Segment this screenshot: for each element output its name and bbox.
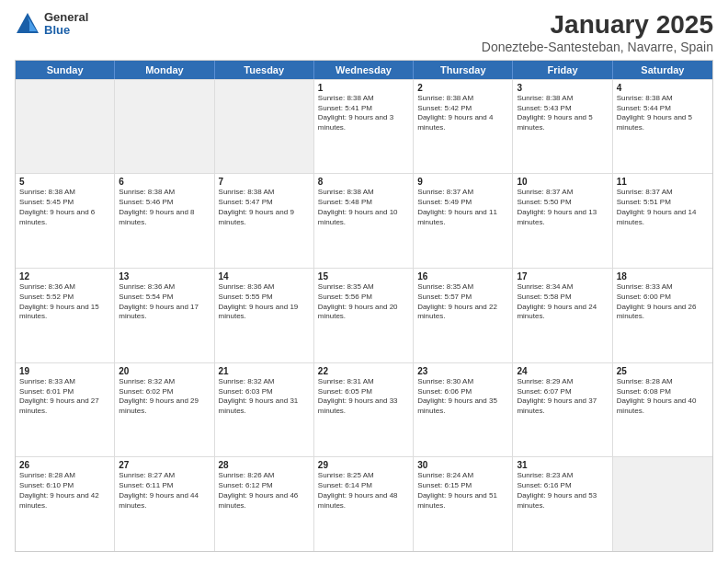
day-number: 12 [19,271,110,282]
page-subtitle: Doneztebe-Santesteban, Navarre, Spain [482,40,713,54]
calendar-cell: 19Sunrise: 8:33 AM Sunset: 6:01 PM Dayli… [16,363,115,457]
calendar-cell: 22Sunrise: 8:31 AM Sunset: 6:05 PM Dayli… [314,363,414,457]
calendar-cell-empty [115,80,214,174]
calendar-row: 1Sunrise: 8:38 AM Sunset: 5:41 PM Daylig… [16,79,712,174]
day-number: 19 [19,366,110,376]
logo-text: General Blue [44,11,88,38]
logo-blue: Blue [44,24,88,37]
calendar-cell: 27Sunrise: 8:27 AM Sunset: 6:11 PM Dayli… [115,457,214,551]
day-info: Sunrise: 8:33 AM Sunset: 6:01 PM Dayligh… [19,377,110,417]
day-info: Sunrise: 8:35 AM Sunset: 5:57 PM Dayligh… [417,282,508,322]
day-info: Sunrise: 8:37 AM Sunset: 5:51 PM Dayligh… [617,188,709,227]
calendar-header-cell: Thursday [414,61,513,79]
day-number: 7 [219,177,310,187]
calendar-cell: 2Sunrise: 8:38 AM Sunset: 5:42 PM Daylig… [414,80,513,174]
day-number: 3 [517,83,608,93]
calendar-cell: 24Sunrise: 8:29 AM Sunset: 6:07 PM Dayli… [513,363,612,457]
calendar-cell: 20Sunrise: 8:32 AM Sunset: 6:02 PM Dayli… [115,363,214,457]
day-number: 8 [318,177,409,187]
calendar-cell: 28Sunrise: 8:26 AM Sunset: 6:12 PM Dayli… [215,457,314,551]
calendar-row: 12Sunrise: 8:36 AM Sunset: 5:52 PM Dayli… [16,268,712,362]
calendar-cell-empty [16,80,115,174]
day-number: 9 [417,177,508,187]
day-number: 27 [119,460,210,470]
day-number: 25 [617,366,709,376]
day-info: Sunrise: 8:37 AM Sunset: 5:49 PM Dayligh… [417,188,508,227]
calendar-row: 5Sunrise: 8:38 AM Sunset: 5:45 PM Daylig… [16,173,712,268]
calendar-cell: 8Sunrise: 8:38 AM Sunset: 5:48 PM Daylig… [314,174,414,268]
day-number: 5 [19,177,110,187]
day-number: 31 [517,460,608,470]
day-number: 17 [517,271,608,282]
calendar-cell: 4Sunrise: 8:38 AM Sunset: 5:44 PM Daylig… [613,80,712,174]
calendar-body: 1Sunrise: 8:38 AM Sunset: 5:41 PM Daylig… [16,79,712,551]
day-info: Sunrise: 8:27 AM Sunset: 6:11 PM Dayligh… [119,471,210,511]
calendar-cell: 1Sunrise: 8:38 AM Sunset: 5:41 PM Daylig… [314,80,414,174]
calendar-cell: 7Sunrise: 8:38 AM Sunset: 5:47 PM Daylig… [215,174,314,268]
day-number: 23 [417,366,508,376]
page: General Blue January 2025 Doneztebe-Sant… [0,0,728,563]
title-block: January 2025 Doneztebe-Santesteban, Nava… [482,11,713,54]
day-number: 11 [617,177,709,187]
calendar-header-cell: Monday [115,61,214,79]
day-number: 26 [19,460,110,470]
calendar-cell: 21Sunrise: 8:32 AM Sunset: 6:03 PM Dayli… [215,363,314,457]
day-number: 22 [318,366,409,376]
day-info: Sunrise: 8:38 AM Sunset: 5:41 PM Dayligh… [318,94,409,133]
calendar-header-cell: Wednesday [314,61,414,79]
calendar-row: 19Sunrise: 8:33 AM Sunset: 6:01 PM Dayli… [16,362,712,457]
calendar-cell: 5Sunrise: 8:38 AM Sunset: 5:45 PM Daylig… [16,174,115,268]
calendar-cell-empty [215,80,314,174]
calendar-cell-empty [613,457,712,551]
day-info: Sunrise: 8:32 AM Sunset: 6:03 PM Dayligh… [219,377,310,417]
day-info: Sunrise: 8:38 AM Sunset: 5:43 PM Dayligh… [517,94,608,133]
day-info: Sunrise: 8:32 AM Sunset: 6:02 PM Dayligh… [119,377,210,417]
day-number: 1 [318,83,409,93]
day-number: 16 [417,271,508,282]
day-info: Sunrise: 8:29 AM Sunset: 6:07 PM Dayligh… [517,377,608,417]
calendar-cell: 17Sunrise: 8:34 AM Sunset: 5:58 PM Dayli… [513,269,612,362]
day-info: Sunrise: 8:30 AM Sunset: 6:06 PM Dayligh… [417,377,508,417]
day-info: Sunrise: 8:38 AM Sunset: 5:46 PM Dayligh… [119,188,210,227]
day-number: 2 [417,83,508,93]
calendar-cell: 9Sunrise: 8:37 AM Sunset: 5:49 PM Daylig… [414,174,513,268]
day-info: Sunrise: 8:38 AM Sunset: 5:45 PM Dayligh… [19,188,110,227]
calendar-cell: 13Sunrise: 8:36 AM Sunset: 5:54 PM Dayli… [115,269,214,362]
day-number: 24 [517,366,608,376]
calendar-cell: 15Sunrise: 8:35 AM Sunset: 5:56 PM Dayli… [314,269,414,362]
calendar-cell: 23Sunrise: 8:30 AM Sunset: 6:06 PM Dayli… [414,363,513,457]
calendar-cell: 26Sunrise: 8:28 AM Sunset: 6:10 PM Dayli… [16,457,115,551]
calendar-header-cell: Friday [513,61,612,79]
day-number: 4 [617,83,709,93]
day-info: Sunrise: 8:24 AM Sunset: 6:15 PM Dayligh… [417,471,508,511]
calendar-row: 26Sunrise: 8:28 AM Sunset: 6:10 PM Dayli… [16,456,712,551]
calendar-cell: 11Sunrise: 8:37 AM Sunset: 5:51 PM Dayli… [613,174,712,268]
day-info: Sunrise: 8:36 AM Sunset: 5:52 PM Dayligh… [19,282,110,322]
day-info: Sunrise: 8:35 AM Sunset: 5:56 PM Dayligh… [318,282,409,322]
calendar-cell: 29Sunrise: 8:25 AM Sunset: 6:14 PM Dayli… [314,457,414,551]
calendar-cell: 3Sunrise: 8:38 AM Sunset: 5:43 PM Daylig… [513,80,612,174]
page-title: January 2025 [482,11,713,40]
day-info: Sunrise: 8:38 AM Sunset: 5:48 PM Dayligh… [318,188,409,227]
day-info: Sunrise: 8:36 AM Sunset: 5:55 PM Dayligh… [219,282,310,322]
logo-icon [15,11,40,37]
calendar: SundayMondayTuesdayWednesdayThursdayFrid… [15,60,713,552]
day-number: 15 [318,271,409,282]
calendar-header-cell: Sunday [16,61,115,79]
day-number: 29 [318,460,409,470]
day-info: Sunrise: 8:38 AM Sunset: 5:47 PM Dayligh… [219,188,310,227]
day-number: 14 [219,271,310,282]
calendar-cell: 31Sunrise: 8:23 AM Sunset: 6:16 PM Dayli… [513,457,612,551]
day-info: Sunrise: 8:23 AM Sunset: 6:16 PM Dayligh… [517,471,608,511]
day-info: Sunrise: 8:37 AM Sunset: 5:50 PM Dayligh… [517,188,608,227]
logo-general: General [44,11,88,24]
day-number: 18 [617,271,709,282]
calendar-cell: 30Sunrise: 8:24 AM Sunset: 6:15 PM Dayli… [414,457,513,551]
calendar-cell: 25Sunrise: 8:28 AM Sunset: 6:08 PM Dayli… [613,363,712,457]
day-info: Sunrise: 8:36 AM Sunset: 5:54 PM Dayligh… [119,282,210,322]
calendar-cell: 16Sunrise: 8:35 AM Sunset: 5:57 PM Dayli… [414,269,513,362]
header: General Blue January 2025 Doneztebe-Sant… [15,11,713,54]
day-info: Sunrise: 8:28 AM Sunset: 6:10 PM Dayligh… [19,471,110,511]
day-info: Sunrise: 8:34 AM Sunset: 5:58 PM Dayligh… [517,282,608,322]
day-number: 10 [517,177,608,187]
